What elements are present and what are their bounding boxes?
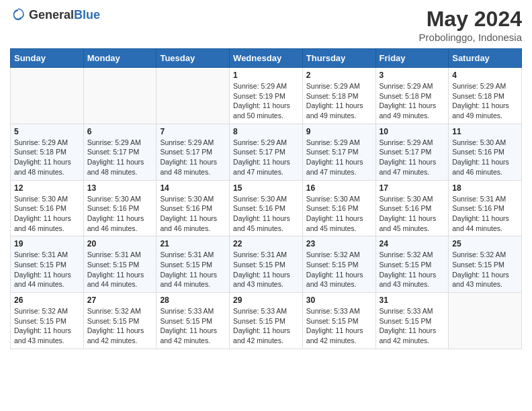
day-number: 18 <box>452 183 518 193</box>
title-month: May 2024 <box>419 7 522 32</box>
day-info: Sunrise: 5:31 AM Sunset: 5:15 PM Dayligh… <box>14 250 80 289</box>
week-row-4: 19Sunrise: 5:31 AM Sunset: 5:15 PM Dayli… <box>11 236 522 293</box>
day-cell-w4-d5: 23Sunrise: 5:32 AM Sunset: 5:15 PM Dayli… <box>302 236 375 293</box>
day-number: 1 <box>233 71 299 80</box>
day-cell-w5-d6: 31Sunrise: 5:33 AM Sunset: 5:15 PM Dayli… <box>375 293 449 349</box>
day-info: Sunrise: 5:29 AM Sunset: 5:17 PM Dayligh… <box>87 138 153 177</box>
day-cell-w3-d1: 12Sunrise: 5:30 AM Sunset: 5:16 PM Dayli… <box>11 180 84 236</box>
week-row-3: 12Sunrise: 5:30 AM Sunset: 5:16 PM Dayli… <box>11 180 522 236</box>
day-cell-w4-d1: 19Sunrise: 5:31 AM Sunset: 5:15 PM Dayli… <box>11 236 84 293</box>
header-sunday: Sunday <box>11 49 84 68</box>
day-cell-w2-d5: 9Sunrise: 5:29 AM Sunset: 5:17 PM Daylig… <box>302 124 375 180</box>
day-info: Sunrise: 5:29 AM Sunset: 5:18 PM Dayligh… <box>452 81 518 121</box>
day-cell-w5-d5: 30Sunrise: 5:33 AM Sunset: 5:15 PM Dayli… <box>302 293 375 349</box>
day-number: 28 <box>160 295 226 305</box>
day-info: Sunrise: 5:29 AM Sunset: 5:18 PM Dayligh… <box>14 138 80 177</box>
logo: GeneralBlue <box>10 7 100 23</box>
day-number: 29 <box>233 295 299 305</box>
calendar-container: GeneralBlue May 2024 Probolinggo, Indone… <box>0 0 532 356</box>
day-cell-w4-d3: 21Sunrise: 5:31 AM Sunset: 5:15 PM Dayli… <box>157 236 230 293</box>
header-monday: Monday <box>83 49 157 68</box>
day-info: Sunrise: 5:31 AM Sunset: 5:16 PM Dayligh… <box>452 194 518 234</box>
day-number: 13 <box>87 183 153 193</box>
day-cell-w2-d1: 5Sunrise: 5:29 AM Sunset: 5:18 PM Daylig… <box>11 124 84 180</box>
day-info: Sunrise: 5:29 AM Sunset: 5:18 PM Dayligh… <box>380 81 445 121</box>
week-row-2: 5Sunrise: 5:29 AM Sunset: 5:18 PM Daylig… <box>11 124 522 180</box>
day-info: Sunrise: 5:30 AM Sunset: 5:16 PM Dayligh… <box>306 194 372 234</box>
day-info: Sunrise: 5:30 AM Sunset: 5:16 PM Dayligh… <box>87 194 153 234</box>
header-friday: Friday <box>375 49 449 68</box>
day-info: Sunrise: 5:29 AM Sunset: 5:17 PM Dayligh… <box>380 138 445 177</box>
day-number: 19 <box>14 239 80 248</box>
header-wednesday: Wednesday <box>230 49 303 68</box>
day-cell-w4-d4: 22Sunrise: 5:31 AM Sunset: 5:15 PM Dayli… <box>230 236 303 293</box>
day-cell-w3-d3: 14Sunrise: 5:30 AM Sunset: 5:16 PM Dayli… <box>157 180 230 236</box>
day-number: 11 <box>452 127 518 136</box>
days-header-row: Sunday Monday Tuesday Wednesday Thursday… <box>11 49 522 68</box>
day-info: Sunrise: 5:30 AM Sunset: 5:16 PM Dayligh… <box>452 138 518 177</box>
day-cell-w5-d4: 29Sunrise: 5:33 AM Sunset: 5:15 PM Dayli… <box>230 293 303 349</box>
day-number: 30 <box>306 295 372 305</box>
header-thursday: Thursday <box>302 49 375 68</box>
day-info: Sunrise: 5:33 AM Sunset: 5:15 PM Dayligh… <box>233 306 299 346</box>
logo-blue: Blue <box>74 8 100 21</box>
day-cell-w3-d4: 15Sunrise: 5:30 AM Sunset: 5:16 PM Dayli… <box>230 180 303 236</box>
day-number: 23 <box>306 239 372 248</box>
day-info: Sunrise: 5:33 AM Sunset: 5:15 PM Dayligh… <box>160 306 226 346</box>
title-location: Probolinggo, Indonesia <box>419 32 522 43</box>
day-number: 6 <box>87 127 153 136</box>
day-info: Sunrise: 5:32 AM Sunset: 5:15 PM Dayligh… <box>452 250 518 289</box>
day-cell-w1-d5: 2Sunrise: 5:29 AM Sunset: 5:18 PM Daylig… <box>302 68 375 124</box>
day-number: 22 <box>233 239 299 248</box>
day-info: Sunrise: 5:32 AM Sunset: 5:15 PM Dayligh… <box>87 306 153 346</box>
day-cell-w1-d1 <box>11 68 84 124</box>
day-info: Sunrise: 5:29 AM Sunset: 5:19 PM Dayligh… <box>233 81 299 121</box>
day-info: Sunrise: 5:31 AM Sunset: 5:15 PM Dayligh… <box>160 250 226 289</box>
day-info: Sunrise: 5:33 AM Sunset: 5:15 PM Dayligh… <box>380 306 445 346</box>
day-info: Sunrise: 5:30 AM Sunset: 5:16 PM Dayligh… <box>14 194 80 234</box>
day-cell-w1-d6: 3Sunrise: 5:29 AM Sunset: 5:18 PM Daylig… <box>375 68 449 124</box>
header: GeneralBlue May 2024 Probolinggo, Indone… <box>10 7 522 43</box>
day-number: 20 <box>87 239 153 248</box>
day-cell-w1-d4: 1Sunrise: 5:29 AM Sunset: 5:19 PM Daylig… <box>230 68 303 124</box>
day-cell-w3-d7: 18Sunrise: 5:31 AM Sunset: 5:16 PM Dayli… <box>449 180 522 236</box>
title-block: May 2024 Probolinggo, Indonesia <box>419 7 522 43</box>
day-number: 16 <box>306 183 372 193</box>
day-number: 31 <box>380 295 445 305</box>
day-info: Sunrise: 5:31 AM Sunset: 5:15 PM Dayligh… <box>233 250 299 289</box>
day-number: 27 <box>87 295 153 305</box>
day-number: 14 <box>160 183 226 193</box>
day-number: 21 <box>160 239 226 248</box>
day-info: Sunrise: 5:30 AM Sunset: 5:16 PM Dayligh… <box>233 194 299 234</box>
day-cell-w1-d3 <box>157 68 230 124</box>
day-number: 9 <box>306 127 372 136</box>
day-number: 7 <box>160 127 226 136</box>
logo-text: GeneralBlue <box>29 8 100 22</box>
day-number: 8 <box>233 127 299 136</box>
day-cell-w3-d2: 13Sunrise: 5:30 AM Sunset: 5:16 PM Dayli… <box>83 180 157 236</box>
day-number: 17 <box>380 183 445 193</box>
day-cell-w5-d7 <box>449 293 522 349</box>
header-saturday: Saturday <box>449 49 522 68</box>
logo-general: General <box>29 8 74 21</box>
day-info: Sunrise: 5:32 AM Sunset: 5:15 PM Dayligh… <box>380 250 445 289</box>
day-number: 25 <box>452 239 518 248</box>
day-number: 24 <box>380 239 445 248</box>
calendar-table: Sunday Monday Tuesday Wednesday Thursday… <box>10 48 522 349</box>
day-info: Sunrise: 5:29 AM Sunset: 5:17 PM Dayligh… <box>306 138 372 177</box>
week-row-5: 26Sunrise: 5:32 AM Sunset: 5:15 PM Dayli… <box>11 293 522 349</box>
day-info: Sunrise: 5:30 AM Sunset: 5:16 PM Dayligh… <box>380 194 445 234</box>
day-info: Sunrise: 5:30 AM Sunset: 5:16 PM Dayligh… <box>160 194 226 234</box>
day-cell-w1-d7: 4Sunrise: 5:29 AM Sunset: 5:18 PM Daylig… <box>449 68 522 124</box>
week-row-1: 1Sunrise: 5:29 AM Sunset: 5:19 PM Daylig… <box>11 68 522 124</box>
day-cell-w1-d2 <box>83 68 157 124</box>
day-cell-w2-d6: 10Sunrise: 5:29 AM Sunset: 5:17 PM Dayli… <box>375 124 449 180</box>
day-cell-w3-d5: 16Sunrise: 5:30 AM Sunset: 5:16 PM Dayli… <box>302 180 375 236</box>
day-info: Sunrise: 5:29 AM Sunset: 5:17 PM Dayligh… <box>160 138 226 177</box>
day-cell-w2-d3: 7Sunrise: 5:29 AM Sunset: 5:17 PM Daylig… <box>157 124 230 180</box>
day-info: Sunrise: 5:32 AM Sunset: 5:15 PM Dayligh… <box>306 250 372 289</box>
day-cell-w4-d7: 25Sunrise: 5:32 AM Sunset: 5:15 PM Dayli… <box>449 236 522 293</box>
day-info: Sunrise: 5:29 AM Sunset: 5:18 PM Dayligh… <box>306 81 372 121</box>
day-cell-w5-d3: 28Sunrise: 5:33 AM Sunset: 5:15 PM Dayli… <box>157 293 230 349</box>
day-number: 5 <box>14 127 80 136</box>
